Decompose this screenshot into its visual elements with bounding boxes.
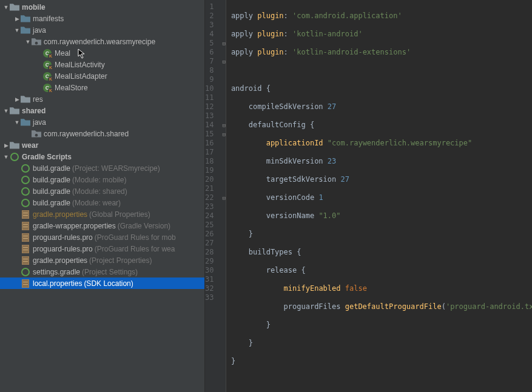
tree-module-mobile[interactable]: ▼ mobile [0, 1, 204, 13]
tree-package-shared[interactable]: com.raywenderlich.shared [0, 128, 204, 139]
tree-label: java [33, 118, 46, 127]
properties-icon [21, 256, 30, 265]
code-editor[interactable]: 1234567891011121314151617181920212223242… [205, 0, 532, 392]
tree-label: build.gradle [33, 176, 70, 184]
tree-module-shared[interactable]: ▼ shared [0, 105, 204, 116]
folder-icon [21, 25, 30, 35]
gradle-icon [21, 187, 30, 196]
code-area[interactable]: apply plugin: 'com.android.application' … [226, 0, 532, 392]
tree-hint: (Project Settings) [82, 268, 138, 276]
tree-class-meallistactivity[interactable]: C MealListActivity [0, 59, 204, 70]
tree-folder-res[interactable]: ▶ res [0, 93, 204, 105]
tree-label: MealStore [55, 84, 88, 92]
line-number-gutter: 1234567891011121314151617181920212223242… [205, 0, 222, 392]
package-icon [32, 37, 41, 47]
tree-proguard-mobile[interactable]: proguard-rules.pro (ProGuard Rules for m… [0, 231, 204, 243]
tree-label: java [33, 26, 46, 35]
tree-gradle-scripts[interactable]: ▼ Gradle Scripts [0, 151, 204, 162]
tree-label: MealListActivity [55, 61, 105, 69]
class-icon: C [42, 71, 52, 81]
package-icon [32, 129, 41, 139]
tree-hint: (ProGuard Rules for mob [95, 233, 176, 242]
chevron-down-icon: ▼ [13, 119, 21, 125]
properties-icon [21, 244, 30, 254]
tree-hint: (SDK Location) [84, 279, 133, 288]
tree-label: Gradle Scripts [22, 153, 72, 161]
tree-settings-gradle[interactable]: settings.gradle (Project Settings) [0, 266, 204, 277]
properties-icon [21, 233, 30, 242]
tree-label: gradle.properties [33, 256, 87, 265]
gradle-icon [21, 198, 30, 208]
gradle-icon [21, 164, 30, 173]
chevron-down-icon: ▼ [24, 39, 32, 45]
class-icon: C [42, 83, 52, 93]
chevron-down-icon: ▼ [13, 27, 21, 33]
gradle-icon [21, 175, 30, 185]
tree-label: settings.gradle [33, 268, 80, 276]
svg-point-1 [35, 133, 38, 136]
tree-folder-java-shared[interactable]: ▼ java [0, 116, 204, 128]
folder-icon [10, 141, 19, 150]
chevron-down-icon: ▼ [2, 108, 10, 114]
tree-hint: (Project: WEARSmyrecipe) [72, 164, 160, 173]
project-tree[interactable]: ▼ mobile ▶ manifests ▼ java ▼ com.raywen… [0, 0, 205, 392]
svg-point-0 [35, 41, 38, 44]
tree-class-meal[interactable]: C Meal [0, 47, 204, 59]
tree-build-gradle-wear[interactable]: build.gradle (Module: wear) [0, 197, 204, 208]
tree-local-properties[interactable]: local.properties (SDK Location) [0, 277, 204, 289]
class-icon: C [42, 48, 52, 58]
tree-hint: (Module: wear) [72, 199, 121, 207]
tree-class-mealstore[interactable]: C MealStore [0, 82, 204, 93]
tree-label: local.properties [33, 279, 82, 288]
folder-icon [21, 118, 30, 127]
tree-label: com.raywenderlich.shared [44, 130, 129, 138]
tree-label: build.gradle [33, 187, 70, 196]
tree-label: mobile [22, 3, 45, 12]
tree-hint: (ProGuard Rules for wea [95, 245, 175, 253]
tree-hint: (Project Properties) [89, 256, 152, 265]
class-icon: C [42, 60, 52, 70]
tree-label: gradle-wrapper.properties [33, 222, 116, 230]
tree-folder-manifests[interactable]: ▶ manifests [0, 13, 204, 24]
gradle-icon [21, 267, 30, 277]
tree-label: manifests [33, 15, 64, 23]
tree-gradle-properties-project[interactable]: gradle.properties (Project Properties) [0, 254, 204, 266]
chevron-right-icon: ▶ [13, 96, 21, 102]
folder-icon [21, 95, 30, 104]
tree-gradle-properties-global[interactable]: gradle.properties (Global Properties) [0, 208, 204, 220]
folder-icon [10, 106, 19, 116]
tree-label: proguard-rules.pro [33, 245, 93, 253]
tree-label: gradle.properties [33, 210, 87, 219]
tree-gradle-wrapper-properties[interactable]: gradle-wrapper.properties (Gradle Versio… [0, 220, 204, 231]
tree-label: MealListAdapter [55, 72, 107, 81]
tree-build-gradle-mobile[interactable]: build.gradle (Module: mobile) [0, 174, 204, 185]
tree-label: build.gradle [33, 199, 70, 207]
tree-proguard-wear[interactable]: proguard-rules.pro (ProGuard Rules for w… [0, 243, 204, 254]
tree-label: shared [22, 107, 45, 115]
chevron-down-icon: ▼ [2, 4, 10, 10]
tree-hint: (Module: shared) [72, 187, 127, 196]
properties-icon [21, 279, 30, 288]
tree-build-gradle-project[interactable]: build.gradle (Project: WEARSmyrecipe) [0, 162, 204, 174]
folder-icon [21, 14, 30, 24]
tree-label: build.gradle [33, 164, 70, 173]
tree-folder-java[interactable]: ▼ java [0, 24, 204, 36]
folder-icon [10, 2, 19, 12]
tree-hint: (Module: mobile) [72, 176, 126, 184]
tree-hint: (Global Properties) [89, 210, 150, 219]
properties-icon [21, 221, 30, 231]
tree-module-wear[interactable]: ▶ wear [0, 139, 204, 151]
tree-build-gradle-shared[interactable]: build.gradle (Module: shared) [0, 185, 204, 197]
tree-label: wear [22, 141, 38, 150]
tree-label: res [33, 95, 43, 104]
chevron-right-icon: ▶ [13, 16, 21, 22]
gradle-icon [10, 152, 19, 162]
chevron-right-icon: ▶ [2, 142, 10, 148]
tree-label: com.raywenderlich.wearsmyrecipe [44, 38, 155, 46]
tree-hint: (Gradle Version) [118, 222, 170, 230]
chevron-down-icon: ▼ [2, 154, 10, 160]
tree-class-meallistadapter[interactable]: C MealListAdapter [0, 70, 204, 82]
tree-label: proguard-rules.pro [33, 233, 93, 242]
tree-label: Meal [55, 49, 70, 58]
tree-package-mobile[interactable]: ▼ com.raywenderlich.wearsmyrecipe [0, 36, 204, 47]
